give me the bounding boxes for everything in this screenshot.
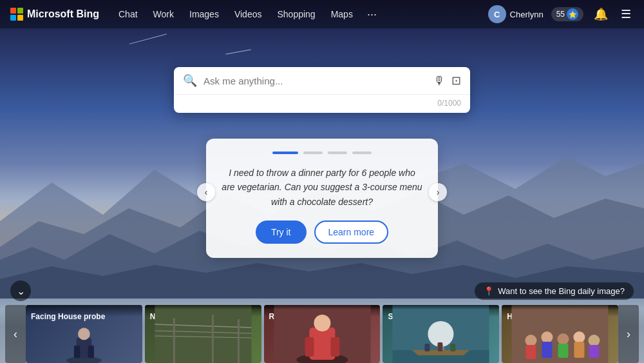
svg-rect-20 — [305, 337, 314, 357]
logo-sq-blue — [10, 15, 16, 21]
svg-rect-34 — [542, 342, 553, 358]
navbar: Microsoft Bing Chat Work Images Videos S… — [0, 0, 644, 28]
svg-point-35 — [558, 333, 569, 345]
svg-rect-9 — [155, 305, 251, 363]
prompt-next-button[interactable]: › — [429, 183, 447, 201]
progress-dot-2 — [303, 152, 323, 154]
search-top: 🔍 🎙 ⊡ — [174, 67, 470, 94]
svg-rect-27 — [425, 344, 430, 351]
search-input[interactable] — [204, 75, 427, 86]
news-strip: ‹ Facing House probe Nature's warning si… — [0, 305, 644, 363]
nav-more[interactable]: ··· — [362, 5, 382, 24]
search-container: 🔍 🎙 ⊡ 0/1000 — [174, 67, 470, 113]
news-card[interactable]: Rushed to hospital — [264, 305, 381, 363]
svg-point-31 — [526, 335, 537, 346]
svg-point-33 — [542, 331, 553, 343]
daily-image-label: Want to see the Bing daily image? — [498, 286, 625, 296]
progress-dot-1 — [272, 152, 298, 154]
prompt-card: I need to throw a dinner party for 6 peo… — [206, 139, 438, 258]
notifications-icon[interactable]: 🔔 — [591, 5, 611, 24]
logo-area[interactable]: Microsoft Bing — [10, 8, 99, 21]
reward-count: 55 — [556, 10, 565, 19]
svg-point-6 — [78, 328, 90, 340]
news-card-overlay-2 — [383, 305, 499, 313]
try-it-button[interactable]: Try it — [256, 221, 307, 244]
svg-rect-29 — [451, 344, 456, 351]
news-next-button[interactable]: › — [618, 305, 639, 363]
reward-icon: ⭐ — [567, 8, 578, 20]
nav-images[interactable]: Images — [183, 5, 225, 23]
svg-rect-32 — [526, 345, 536, 359]
scroll-down-button[interactable]: ⌄ — [10, 280, 31, 301]
news-card-overlay-2 — [502, 305, 618, 313]
search-icon: 🔍 — [183, 74, 197, 88]
nav-links: Chat Work Images Videos Shopping Maps ··… — [112, 5, 488, 24]
camera-icon[interactable]: ⊡ — [451, 74, 461, 88]
progress-dot-4 — [352, 152, 372, 154]
logo-text: Microsoft Bing — [27, 8, 99, 20]
nav-work[interactable]: Work — [147, 5, 180, 23]
news-card-overlay-2 — [264, 305, 381, 313]
learn-more-button[interactable]: Learn more — [314, 221, 389, 244]
nav-shopping[interactable]: Shopping — [270, 5, 321, 23]
svg-point-19 — [314, 315, 330, 331]
char-count: 0/1000 — [437, 99, 461, 108]
menu-icon[interactable]: ☰ — [618, 5, 634, 24]
user-name: Cherlynn — [510, 10, 544, 19]
svg-rect-7 — [74, 346, 80, 358]
svg-rect-38 — [574, 342, 585, 358]
location-icon: 📍 — [484, 286, 494, 296]
nav-maps[interactable]: Maps — [325, 5, 359, 23]
news-prev-button[interactable]: ‹ — [5, 305, 26, 363]
news-card[interactable]: How to help victims — [502, 305, 618, 363]
svg-point-37 — [574, 331, 585, 343]
avatar: C — [488, 5, 506, 23]
svg-rect-28 — [438, 342, 443, 351]
logo-sq-red — [10, 8, 16, 14]
nav-right: C Cherlynn 55 ⭐ 🔔 ☰ — [488, 5, 634, 24]
logo-sq-green — [17, 8, 23, 14]
prompt-prev-button[interactable]: ‹ — [197, 183, 215, 201]
bottom-area: ⌄ 📍 Want to see the Bing daily image? ‹ … — [0, 277, 644, 363]
bing-logo — [10, 8, 23, 21]
progress-dots — [222, 152, 422, 154]
svg-rect-8 — [88, 346, 94, 358]
news-cards: Facing House probe Nature's warning sign — [26, 305, 618, 363]
search-bottom: 0/1000 — [174, 94, 470, 113]
nav-videos[interactable]: Videos — [228, 5, 269, 23]
svg-point-39 — [589, 335, 600, 346]
daily-image-button[interactable]: 📍 Want to see the Bing daily image? — [475, 282, 634, 300]
user-area[interactable]: C Cherlynn — [488, 5, 544, 23]
bottom-controls: ⌄ 📍 Want to see the Bing daily image? — [0, 277, 644, 305]
news-card[interactable]: Spy balloon recovery — [383, 305, 499, 363]
prompt-text: I need to throw a dinner party for 6 peo… — [222, 166, 422, 209]
reward-badge[interactable]: 55 ⭐ — [551, 7, 583, 21]
news-card[interactable]: Nature's warning sign — [145, 305, 261, 363]
progress-dot-3 — [328, 152, 347, 154]
main-content: 🔍 🎙 ⊡ 0/1000 ‹ I need to throw a dinner … — [0, 28, 644, 258]
nav-chat[interactable]: Chat — [112, 5, 144, 23]
microphone-icon[interactable]: 🎙 — [433, 74, 445, 88]
svg-rect-21 — [330, 337, 339, 357]
svg-rect-40 — [589, 345, 600, 358]
logo-sq-yellow — [17, 15, 23, 21]
prompt-actions: Try it Learn more — [222, 221, 422, 244]
news-card-overlay-2 — [145, 305, 261, 313]
news-card[interactable]: Facing House probe — [26, 305, 142, 363]
prompt-card-wrap: ‹ I need to throw a dinner party for 6 p… — [206, 126, 438, 258]
svg-rect-36 — [558, 344, 569, 358]
